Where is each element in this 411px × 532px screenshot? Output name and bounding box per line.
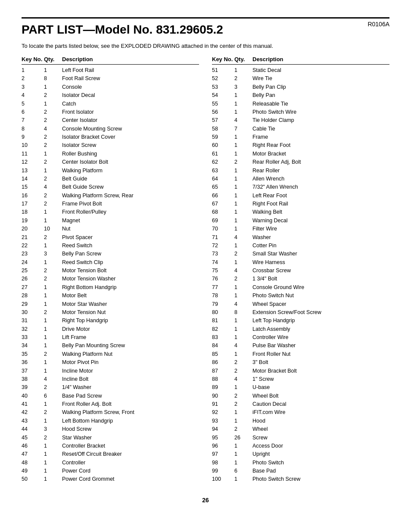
part-desc: Caution Decal [252, 400, 389, 408]
table-row: 51 1 Static Decal [212, 66, 389, 75]
part-desc: Motor Tension Washer [62, 275, 199, 283]
table-row: 63 1 Rear Roller [212, 167, 389, 175]
parts-table: Key No. Qty. Description 1 1 Left Foot R… [22, 56, 389, 484]
part-qty: 4 [44, 125, 62, 133]
part-qty: 1 [234, 417, 252, 425]
table-row: 49 1 Power Cord [22, 467, 199, 475]
left-col-header: Key No. Qty. Description [22, 56, 199, 65]
part-desc: Photo Switch Wire [252, 108, 389, 116]
table-row: 96 1 Access Door [212, 442, 389, 450]
table-row: 4 2 Isolator Decal [22, 91, 199, 100]
part-key: 32 [22, 325, 44, 333]
table-row: 18 1 Front Roller/Pulley [22, 208, 199, 216]
table-row: 47 1 Reset/Off Circuit Breaker [22, 450, 199, 458]
table-row: 54 1 Belly Pan [212, 91, 389, 100]
part-desc: U-base [252, 383, 389, 392]
part-key: 97 [212, 450, 234, 458]
part-key: 95 [212, 434, 234, 442]
table-row: 21 2 Pivot Spacer [22, 233, 199, 242]
part-qty: 1 [234, 200, 252, 208]
table-row: 13 1 Walking Platform [22, 167, 199, 175]
part-qty: 4 [234, 342, 252, 350]
part-desc: Walking Platform Screw, Rear [62, 192, 199, 200]
table-row: 75 4 Crossbar Screw [212, 267, 389, 275]
part-key: 92 [212, 408, 234, 417]
part-qty: 4 [234, 267, 252, 275]
part-key: 68 [212, 208, 234, 216]
part-qty: 2 [234, 400, 252, 408]
part-qty: 4 [234, 233, 252, 242]
table-row: 67 1 Right Foot Rail [212, 200, 389, 208]
table-row: 62 2 Rear Roller Adj, Bolt [212, 158, 389, 166]
part-qty: 1 [44, 100, 62, 108]
part-key: 50 [22, 475, 44, 483]
table-row: 40 6 Base Pad Screw [22, 392, 199, 400]
part-key: 35 [22, 350, 44, 358]
part-key: 8 [22, 125, 44, 133]
table-row: 55 1 Releasable Tie [212, 100, 389, 108]
table-row: 65 1 7/32" Allen Wrench [212, 183, 389, 191]
part-qty: 1 [234, 258, 252, 267]
part-key: 69 [212, 217, 234, 225]
table-row: 46 1 Controller Bracket [22, 442, 199, 450]
part-qty: 2 [44, 158, 62, 166]
part-key: 44 [22, 425, 44, 433]
part-qty: 1 [234, 283, 252, 292]
table-row: 93 1 Hood [212, 417, 389, 425]
part-key: 73 [212, 250, 234, 258]
table-row: 42 2 Walking Platform Screw, Front [22, 408, 199, 417]
table-row: 64 1 Allen Wrench [212, 175, 389, 183]
part-key: 10 [22, 141, 44, 149]
part-desc: Cable Tie [252, 125, 389, 133]
part-qty: 1 [44, 150, 62, 158]
part-desc: Foot Rail Screw [62, 75, 199, 83]
part-desc: Warning Decal [252, 217, 389, 225]
table-row: 7 2 Center Isolator [22, 116, 199, 124]
table-row: 58 7 Cable Tie [212, 125, 389, 133]
table-row: 56 1 Photo Switch Wire [212, 108, 389, 116]
part-desc: Frame [252, 133, 389, 141]
part-qty: 2 [44, 192, 62, 200]
part-key: 22 [22, 242, 44, 250]
part-desc: Access Door [252, 442, 389, 450]
part-qty: 1 [44, 442, 62, 450]
right-qty-header: Qty. [234, 56, 252, 62]
part-key: 14 [22, 175, 44, 183]
part-qty: 4 [44, 183, 62, 191]
part-desc: Power Cord Grommet [62, 475, 199, 483]
right-key-header: Key No. [212, 56, 234, 62]
part-key: 42 [22, 408, 44, 417]
part-qty: 1 [44, 292, 62, 300]
part-qty: 6 [234, 467, 252, 475]
part-key: 29 [22, 300, 44, 308]
part-qty: 1 [44, 208, 62, 216]
part-qty: 1 [234, 350, 252, 358]
part-desc: Right Bottom Handgrip [62, 283, 199, 292]
part-qty: 1 [234, 225, 252, 233]
part-qty: 1 [234, 141, 252, 149]
part-qty: 2 [44, 434, 62, 442]
part-key: 100 [212, 475, 234, 483]
table-row: 81 1 Left Top Handgrip [212, 317, 389, 325]
part-key: 85 [212, 350, 234, 358]
part-qty: 1 [234, 442, 252, 450]
part-desc: Frame Pivot Bolt [62, 200, 199, 208]
part-qty: 1 [44, 400, 62, 408]
part-qty: 1 [44, 83, 62, 91]
part-desc: Belly Pan Clip [252, 83, 389, 91]
part-desc: Filter Wire [252, 225, 389, 233]
part-desc: Wire Harness [252, 258, 389, 267]
part-desc: Controller Wire [252, 333, 389, 342]
left-column: Key No. Qty. Description 1 1 Left Foot R… [22, 56, 199, 484]
part-key: 20 [22, 225, 44, 233]
table-row: 83 1 Controller Wire [212, 333, 389, 342]
table-row: 33 1 Lift Frame [22, 333, 199, 342]
part-qty: 1 [44, 333, 62, 342]
part-desc: Allen Wrench [252, 175, 389, 183]
table-row: 60 1 Right Rear Foot [212, 141, 389, 149]
part-key: 79 [212, 300, 234, 308]
part-key: 52 [212, 75, 234, 83]
part-qty: 3 [44, 425, 62, 433]
part-desc: Right Top Handgrip [62, 317, 199, 325]
part-desc: Washer [252, 233, 389, 242]
